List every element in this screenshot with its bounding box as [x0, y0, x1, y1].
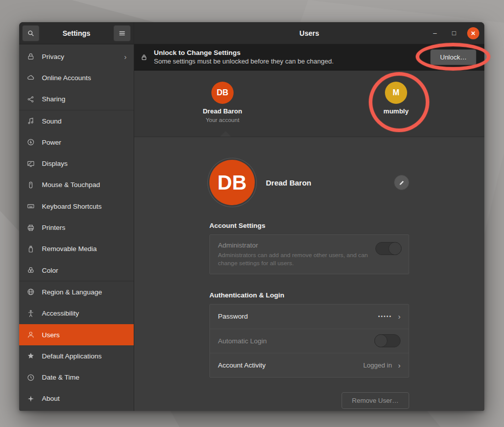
avatar-initials: DB: [217, 171, 247, 194]
profile-row: DB Dread Baron: [209, 160, 409, 205]
color-icon: [26, 266, 35, 274]
administrator-label: Administrator: [218, 241, 401, 249]
sidebar-item-keyboard-shortcuts[interactable]: Keyboard Shortcuts: [19, 196, 134, 217]
automatic-login-row: Automatic Login: [210, 329, 409, 353]
maximize-button[interactable]: □: [448, 27, 460, 39]
automatic-login-toggle[interactable]: [374, 334, 401, 347]
avatar-initials: DB: [216, 88, 228, 97]
keyboard-icon: [26, 202, 35, 210]
sidebar-item-label: Default Applications: [42, 352, 127, 360]
menu-button[interactable]: [114, 25, 131, 41]
user-carousel: DB Dread Baron Your account M mumbly: [134, 71, 484, 137]
main-pane: Users – □ × Unlock to Change Settings So…: [134, 22, 484, 411]
password-row[interactable]: Password ••••• ›: [210, 304, 409, 329]
banner-text: Unlock to Change Settings Some settings …: [154, 49, 424, 66]
sidebar-item-label: Sharing: [42, 95, 127, 103]
automatic-login-label: Automatic Login: [218, 337, 267, 345]
sidebar-item-power[interactable]: Power: [19, 132, 134, 153]
sidebar-item-label: Mouse & Touchpad: [42, 181, 127, 189]
sidebar-item-accessibility[interactable]: Accessibility: [19, 303, 134, 324]
sidebar-item-color[interactable]: Color: [19, 260, 134, 281]
maximize-icon: □: [452, 29, 456, 37]
sidebar-item-sharing[interactable]: Sharing: [19, 89, 134, 110]
avatar-initials: M: [393, 88, 399, 97]
sidebar-item-label: Removable Media: [42, 245, 127, 253]
search-icon: [27, 29, 35, 37]
banner-title: Unlock to Change Settings: [154, 49, 424, 57]
power-icon: [26, 138, 35, 146]
sidebar-item-label: Power: [42, 139, 127, 146]
account-activity-label: Account Activity: [218, 361, 266, 369]
sidebar-item-label: Printers: [42, 224, 127, 231]
sound-icon: [26, 117, 35, 125]
sidebar-header: Settings: [19, 22, 134, 44]
pencil-icon: [399, 179, 405, 186]
toggle-knob: [388, 242, 402, 255]
accessibility-icon: [26, 310, 35, 318]
sidebar-item-label: Region & Language: [42, 288, 127, 296]
sidebar-item-label: Accessibility: [42, 310, 127, 317]
profile-avatar[interactable]: DB: [209, 160, 255, 205]
globe-icon: [26, 288, 35, 296]
sidebar-item-label: Sound: [42, 117, 127, 125]
auth-login-card: Password ••••• › Automatic Login Acco: [209, 304, 409, 378]
carousel-user-mumbly[interactable]: M mumbly: [366, 82, 426, 115]
user-name: Dread Baron: [203, 107, 242, 115]
edit-name-button[interactable]: [394, 175, 409, 190]
sidebar-item-sound[interactable]: Sound: [19, 110, 134, 132]
printer-icon: [26, 224, 35, 232]
profile-name: Dread Baron: [266, 178, 311, 187]
sidebar-item-date-time[interactable]: Date & Time: [19, 367, 134, 388]
sidebar-item-displays[interactable]: Displays: [19, 153, 134, 174]
close-icon: ×: [471, 29, 476, 37]
sidebar-title: Settings: [42, 29, 110, 37]
sidebar-item-label: About: [42, 395, 127, 402]
lock-icon: [26, 52, 35, 60]
remove-user-button[interactable]: Remove User…: [342, 392, 409, 409]
mouse-icon: [26, 181, 35, 189]
toggle-knob: [374, 334, 387, 347]
sidebar-item-users[interactable]: Users: [19, 324, 134, 345]
sidebar-item-privacy[interactable]: Privacy ›: [19, 46, 134, 67]
sidebar-item-about[interactable]: About: [19, 388, 134, 409]
chevron-right-icon: ›: [398, 361, 401, 370]
titlebar: Users – □ ×: [134, 22, 484, 44]
account-activity-row[interactable]: Account Activity Logged in ›: [210, 353, 409, 377]
sidebar-list: Privacy › Online Accounts Sharing: [19, 44, 134, 411]
avatar: DB: [211, 82, 234, 104]
star-icon: [26, 352, 35, 360]
avatar: M: [385, 82, 407, 104]
account-activity-value: Logged in: [363, 361, 392, 369]
unlock-button[interactable]: Unlock…: [430, 49, 476, 65]
password-label: Password: [218, 313, 248, 320]
search-button[interactable]: [22, 25, 39, 41]
sidebar-item-default-applications[interactable]: Default Applications: [19, 345, 134, 367]
sidebar-item-label: Color: [42, 267, 127, 274]
sidebar-item-label: Users: [42, 331, 127, 339]
close-button[interactable]: ×: [467, 27, 479, 39]
minimize-button[interactable]: –: [429, 27, 441, 39]
sidebar-item-label: Privacy: [42, 53, 118, 60]
user-name: mumbly: [383, 107, 409, 115]
sidebar-item-region-language[interactable]: Region & Language: [19, 281, 134, 302]
sidebar-item-mouse-touchpad[interactable]: Mouse & Touchpad: [19, 174, 134, 196]
sidebar-item-removable-media[interactable]: Removable Media: [19, 238, 134, 260]
account-settings-heading: Account Settings: [209, 222, 409, 229]
users-icon: [26, 331, 35, 339]
carousel-user-dread-baron[interactable]: DB Dread Baron Your account: [192, 82, 253, 123]
sidebar-item-label: Keyboard Shortcuts: [42, 203, 127, 210]
sidebar-item-online-accounts[interactable]: Online Accounts: [19, 67, 134, 88]
minimize-icon: –: [433, 29, 436, 37]
hamburger-icon: [118, 29, 126, 37]
password-dots: •••••: [378, 314, 392, 319]
administrator-toggle[interactable]: [375, 242, 402, 255]
chevron-right-icon: ›: [398, 312, 401, 321]
sidebar-item-label: Date & Time: [42, 374, 127, 381]
clock-icon: [26, 374, 35, 382]
share-icon: [26, 95, 35, 103]
account-settings-card: Administrator Administrators can add and…: [209, 234, 409, 274]
sidebar-item-printers[interactable]: Printers: [19, 217, 134, 238]
unlock-banner: Unlock to Change Settings Some settings …: [134, 44, 484, 71]
administrator-row: Administrator Administrators can add and…: [210, 235, 409, 274]
user-subtitle: Your account: [206, 117, 240, 123]
